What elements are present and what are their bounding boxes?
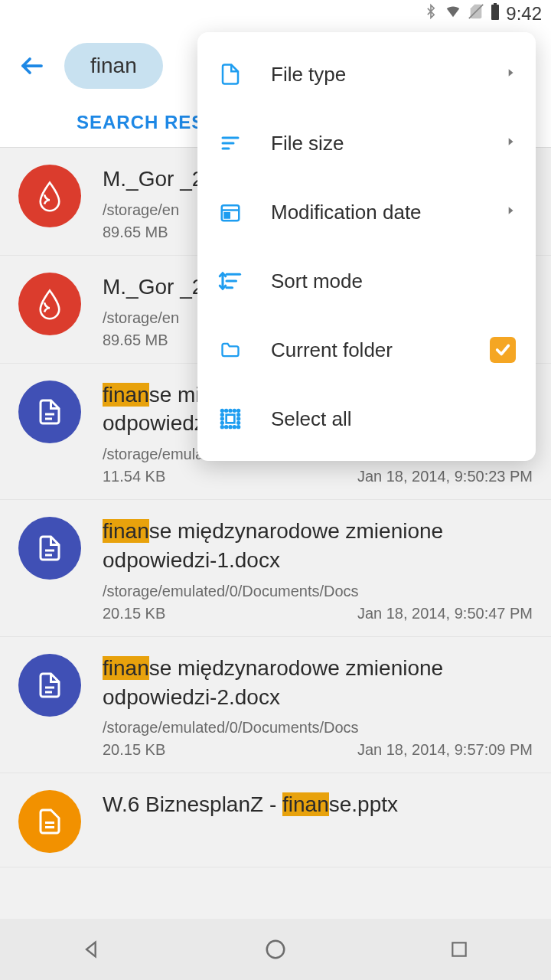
checked-icon (490, 337, 516, 363)
svg-point-32 (221, 413, 223, 416)
file-meta: W.6 BiznesplanZ - finanse.pptx (103, 790, 533, 853)
system-nav-bar (0, 919, 551, 980)
menu-label: File size (271, 132, 478, 155)
clock-text: 9:42 (506, 3, 542, 24)
no-sim-icon (468, 2, 484, 25)
wifi-icon (443, 3, 463, 24)
file-path: /storage/emulated/0/Documents/Docs (103, 583, 533, 600)
svg-point-31 (237, 426, 240, 428)
menu-icon (217, 270, 243, 292)
menu-label: Current folder (271, 338, 462, 362)
status-bar: 9:42 (0, 0, 551, 28)
menu-icon (217, 339, 243, 361)
svg-rect-1 (491, 5, 499, 20)
pdf-icon (18, 165, 81, 227)
bluetooth-icon (423, 2, 439, 25)
svg-point-27 (221, 426, 223, 428)
tab-search-results[interactable]: SEARCH RES (15, 112, 204, 132)
menu-item-file-type[interactable]: File type (197, 40, 536, 109)
svg-point-37 (237, 422, 240, 424)
svg-point-28 (225, 426, 227, 428)
menu-item-sort-mode[interactable]: Sort mode (197, 247, 536, 315)
svg-point-34 (221, 422, 223, 424)
file-size: 89.65 MB (103, 224, 168, 241)
svg-point-36 (237, 418, 240, 420)
menu-item-file-size[interactable]: File size (197, 109, 536, 178)
svg-point-33 (221, 418, 223, 420)
list-item[interactable]: W.6 BiznesplanZ - finanse.pptx (0, 773, 551, 867)
svg-point-35 (237, 413, 240, 416)
svg-rect-21 (227, 415, 235, 423)
chevron-right-icon (505, 66, 516, 83)
file-name: finanse międzynarodowe zmienione odpowie… (103, 654, 533, 712)
file-name: W.6 BiznesplanZ - finanse.pptx (103, 790, 533, 819)
list-item[interactable]: finanse międzynarodowe zmienione odpowie… (0, 500, 551, 637)
docx-icon (18, 517, 81, 580)
filter-menu: File typeFile sizeModification dateSort … (197, 32, 536, 461)
menu-label: Select all (271, 407, 516, 431)
svg-point-22 (221, 410, 223, 412)
docx-icon (18, 654, 81, 717)
menu-label: Modification date (271, 201, 478, 224)
svg-point-38 (267, 941, 285, 959)
menu-icon (217, 134, 243, 152)
svg-rect-2 (494, 3, 497, 5)
menu-icon (217, 61, 243, 87)
menu-item-current-folder[interactable]: Current folder (197, 315, 536, 384)
menu-item-modification-date[interactable]: Modification date (197, 178, 536, 247)
svg-point-30 (233, 426, 236, 428)
battery-icon (489, 2, 501, 25)
menu-label: File type (271, 63, 478, 87)
file-meta: finanse międzynarodowe zmienione odpowie… (103, 517, 533, 622)
search-input[interactable]: finan (64, 43, 163, 89)
file-path: /storage/emulated/0/Documents/Docs (103, 719, 533, 737)
file-name: finanse międzynarodowe zmienione odpowie… (103, 517, 533, 575)
svg-point-29 (230, 426, 232, 428)
menu-item-select-all[interactable]: Select all (197, 384, 536, 453)
svg-point-26 (237, 410, 240, 412)
chevron-right-icon (505, 204, 516, 220)
file-date: Jan 18, 2014, 9:57:09 PM (357, 741, 533, 759)
docx-icon (18, 381, 81, 443)
list-item[interactable]: finanse międzynarodowe zmienione odpowie… (0, 637, 551, 774)
chevron-right-icon (505, 135, 516, 152)
file-size: 20.15 KB (103, 605, 165, 622)
file-date: Jan 18, 2014, 9:50:47 PM (357, 605, 533, 622)
menu-icon (217, 201, 243, 224)
pdf-icon (18, 273, 81, 335)
svg-point-25 (233, 410, 236, 412)
svg-point-24 (230, 410, 232, 412)
menu-icon (217, 407, 243, 431)
file-size: 20.15 KB (103, 741, 165, 759)
back-button[interactable] (15, 49, 49, 83)
file-date: Jan 18, 2014, 9:50:23 PM (357, 468, 533, 485)
svg-rect-39 (452, 942, 465, 956)
pptx-icon (18, 790, 81, 853)
menu-label: Sort mode (271, 270, 516, 293)
file-size: 11.54 KB (103, 468, 165, 485)
file-size: 89.65 MB (103, 332, 168, 349)
svg-rect-17 (225, 213, 230, 217)
nav-back-icon[interactable] (79, 936, 105, 962)
svg-point-23 (225, 410, 227, 412)
nav-home-icon[interactable] (262, 936, 289, 962)
file-meta: finanse międzynarodowe zmienione odpowie… (103, 654, 533, 760)
nav-recent-icon[interactable] (446, 936, 472, 962)
